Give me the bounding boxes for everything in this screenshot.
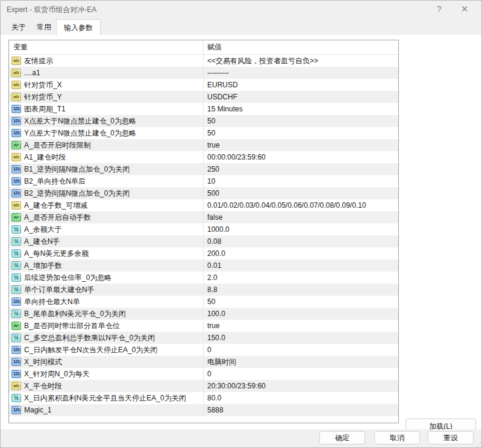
param-value-cell[interactable]: <<交易有风险，投资者盈亏自负>>	[203, 55, 398, 67]
param-value-cell[interactable]: 00:00:00/23:59:60	[203, 151, 398, 163]
param-name-label: B2_单向持仓N单后	[24, 176, 86, 187]
param-value-cell[interactable]: false	[203, 211, 398, 223]
param-value-cell[interactable]: 250	[203, 163, 398, 175]
cancel-button[interactable]: 取消	[374, 431, 420, 444]
tab-common[interactable]: 常用	[30, 19, 58, 35]
param-value-cell[interactable]: 10	[203, 175, 398, 187]
integer-type-icon: 123	[11, 105, 21, 113]
double-type-icon: ½	[11, 249, 21, 258]
param-value-cell[interactable]: 0.01/0.02/0.03/0.04/0.05/0.06/0.07/0.08/…	[203, 199, 398, 211]
param-row[interactable]: ab针对货币_YUSDCHF	[9, 91, 398, 103]
tab-inputs[interactable]: 输入参数	[56, 19, 101, 36]
integer-type-icon: 123	[11, 297, 21, 306]
param-name-label: A_增加手数	[24, 261, 62, 271]
param-row[interactable]: 123B1_逆势间隔N微点加仓_0为关闭250	[9, 163, 398, 175]
param-value-cell[interactable]: 15 Minutes	[203, 103, 398, 115]
param-row[interactable]: 123X点差大于N微点禁止建仓_0为忽略50	[9, 115, 398, 127]
param-variable-cell: ½X_日内累积盈利N美元全平且当天停止EA_0为关闭	[9, 392, 203, 404]
param-value-cell[interactable]: 100.0	[203, 308, 398, 320]
reset-button[interactable]: 重设	[428, 431, 474, 444]
ok-button[interactable]: 确定	[319, 431, 365, 444]
param-row[interactable]: 123图表周期_T115 Minutes	[9, 103, 398, 115]
param-row[interactable]: 123单向持仓最大N单50	[9, 296, 398, 308]
table-header: 变量 赋值	[9, 40, 398, 55]
param-row[interactable]: ½B_尾单盈利N美元平仓_0为关闭100.0	[9, 308, 398, 320]
param-name-label: B_尾单盈利N美元平仓_0为关闭	[24, 309, 126, 319]
param-value-cell[interactable]: 0	[203, 344, 398, 356]
param-row[interactable]: 123X_时间模式电脑时间	[9, 356, 398, 368]
param-row[interactable]: ½X_日内累积盈利N美元全平且当天停止EA_0为关闭80.0	[9, 392, 398, 404]
param-value-cell[interactable]: true	[203, 320, 398, 332]
param-value-cell[interactable]: 50	[203, 115, 398, 127]
param-value-cell[interactable]: 8.8	[203, 284, 398, 296]
param-row[interactable]: ab针对货币_XEURUSD	[9, 79, 398, 91]
parameters-table: 变量 赋值 ab友情提示<<交易有风险，投资者盈亏自负>>ab....a1---…	[8, 40, 399, 423]
param-value-cell[interactable]: 500	[203, 187, 398, 199]
param-value-cell[interactable]: 2.0	[203, 272, 398, 284]
param-row[interactable]: 123B2_逆势间隔N微点加仓_0为关闭500	[9, 187, 398, 199]
param-row[interactable]: ½A_建仓N手0.08	[9, 235, 398, 247]
param-value-cell[interactable]: 1000.0	[203, 223, 398, 235]
column-header-value[interactable]: 赋值	[203, 40, 398, 54]
param-value-cell[interactable]: 80.0	[203, 392, 398, 404]
param-value-cell[interactable]: ---------	[203, 67, 398, 79]
resize-grip-icon[interactable]: ⋰	[475, 441, 481, 447]
param-row[interactable]: ½单个订单最大建仓N手8.8	[9, 284, 398, 296]
param-value-cell[interactable]: 20:30:00/23:59:60	[203, 380, 398, 392]
param-row[interactable]: ab....a1---------	[9, 67, 398, 79]
param-row[interactable]: ½A_增加手数0.01	[9, 260, 398, 272]
param-row[interactable]: ½A_每N美元更多余额200.0	[9, 247, 398, 260]
param-row[interactable]: abA1_建仓时段00:00:00/23:59:60	[9, 151, 398, 163]
param-row[interactable]: ab友情提示<<交易有风险，投资者盈亏自负>>	[9, 55, 398, 67]
param-row[interactable]: ½A_余额大于1000.0	[9, 223, 398, 235]
param-variable-cell: 123X_时间模式	[9, 356, 203, 368]
window-title: Expert - 双货币组合对冲-EA	[7, 5, 96, 15]
param-row[interactable]: A_是否开启自动手数false	[9, 211, 398, 223]
param-value-cell[interactable]: USDCHF	[203, 91, 398, 103]
param-row[interactable]: ½后续逆势加仓倍率_0为忽略2.0	[9, 272, 398, 284]
param-row[interactable]: 123C_日内触发平仓N次当天停止EA_0为关闭0	[9, 344, 398, 356]
param-row[interactable]: 123Y点差大于N微点禁止建仓_0为忽略50	[9, 127, 398, 139]
double-type-icon: ½	[11, 285, 21, 294]
param-row[interactable]: 123B2_单向持仓N单后10	[9, 175, 398, 187]
param-name-label: B_是否同时带出部分首单仓位	[24, 321, 120, 331]
param-row[interactable]: ½C_多空总盈利总手数乘以N平仓_0为关闭150.0	[9, 332, 398, 344]
table-body: ab友情提示<<交易有风险，投资者盈亏自负>>ab....a1---------…	[9, 55, 398, 416]
string-type-icon: ab	[11, 93, 21, 101]
tab-about[interactable]: 关于	[4, 19, 33, 35]
param-value-cell[interactable]: 0.08	[203, 235, 398, 247]
inputs-tab-page: 变量 赋值 ab友情提示<<交易有风险，投资者盈亏自负>>ab....a1---…	[1, 35, 482, 429]
param-variable-cell: 123X_针对周N_0为每天	[9, 368, 203, 380]
param-value-cell[interactable]: 电脑时间	[203, 356, 398, 368]
param-value-cell[interactable]: 0.01	[203, 260, 398, 272]
ea-input-dialog: Expert - 双货币组合对冲-EA ? ✕ 关于 常用 输入参数 变量 赋值…	[0, 0, 482, 448]
help-icon[interactable]: ?	[427, 2, 451, 16]
param-row[interactable]: B_是否同时带出部分首单仓位true	[9, 320, 398, 332]
param-value-cell[interactable]: 150.0	[203, 332, 398, 344]
param-row[interactable]: A_是否开启时段限制true	[9, 139, 398, 151]
param-name-label: 针对货币_X	[24, 80, 62, 90]
param-row[interactable]: 123Magic_15888	[9, 404, 398, 416]
param-value-cell[interactable]: 5888	[203, 404, 398, 416]
param-row[interactable]: abA_建仓手数_可增减0.01/0.02/0.03/0.04/0.05/0.0…	[9, 199, 398, 211]
param-variable-cell: ab友情提示	[9, 55, 203, 67]
param-value-cell[interactable]: 50	[203, 296, 398, 308]
param-value-cell[interactable]: 50	[203, 127, 398, 139]
param-variable-cell: ½A_增加手数	[9, 260, 203, 272]
param-name-label: A_是否开启时段限制	[24, 140, 91, 151]
param-value-cell[interactable]: 200.0	[203, 247, 398, 260]
boolean-type-icon	[11, 322, 21, 330]
param-value-cell[interactable]: true	[203, 139, 398, 151]
boolean-type-icon	[11, 213, 21, 222]
param-name-label: 针对货币_Y	[24, 92, 62, 102]
column-header-variable[interactable]: 变量	[9, 40, 203, 54]
close-icon[interactable]: ✕	[452, 2, 477, 16]
footer-bar: 确定 取消 重设 ⋰	[1, 429, 482, 448]
param-value-cell[interactable]: EURUSD	[203, 79, 398, 91]
param-row[interactable]: abX_平仓时段20:30:00/23:59:60	[9, 380, 398, 392]
param-row[interactable]: 123X_针对周N_0为每天0	[9, 368, 398, 380]
integer-type-icon: 123	[11, 370, 21, 378]
param-value-cell[interactable]: 0	[203, 368, 398, 380]
integer-type-icon: 123	[11, 129, 21, 137]
param-name-label: Y点差大于N微点禁止建仓_0为忽略	[24, 128, 136, 138]
